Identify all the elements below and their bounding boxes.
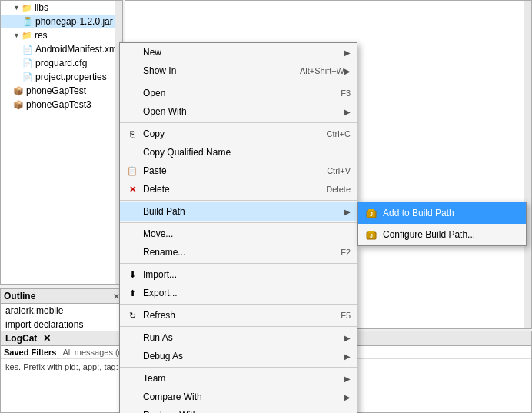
menu-label-copy-qualified: Copy Qualified Name [143,147,351,158]
menu-item-copy[interactable]: ⎘ Copy Ctrl+C [120,125,357,143]
open-shortcut: F3 [341,88,351,98]
team-icon [126,372,138,385]
import-icon: ⬇ [126,268,138,281]
run-as-arrow: ▶ [344,334,351,342]
menu-item-run-as[interactable]: Run As ▶ [120,328,357,347]
add-build-path-icon: J [364,206,378,220]
menu-item-paste[interactable]: 📋 Paste Ctrl+V [120,162,357,180]
submenu-item-add-to-build-path[interactable]: J Add to Build Path [358,202,526,224]
outline-close[interactable]: ✕ [113,292,119,301]
move-icon [126,228,138,240]
menu-label-delete: Delete [143,184,311,195]
menu-item-import[interactable]: ⬇ Import... [120,265,357,284]
menu-label-open-with: Open With [143,106,344,117]
tree-label-androidmanifest: AndroidManifest.xml [35,44,119,55]
paste-shortcut: Ctrl+V [327,166,351,175]
divider-8 [120,367,357,368]
menu-item-copy-qualified[interactable]: Copy Qualified Name [120,143,357,162]
menu-label-replace-with: Replace With [143,410,344,413]
divider-6 [120,304,357,305]
outline-item-imports[interactable]: import declarations [1,318,122,331]
build-path-arrow: ▶ [344,208,351,216]
menu-item-build-path[interactable]: Build Path ▶ J Add to Build Path [120,202,357,221]
delete-shortcut: Delete [326,185,351,194]
copy-qualified-icon [126,146,138,158]
tree-item-res[interactable]: ▼ 📁 res [1,28,122,42]
editor-scrollbar[interactable] [524,1,531,328]
menu-item-move[interactable]: Move... [120,225,357,243]
rename-icon [126,246,138,258]
props-icon: 📄 [22,72,33,82]
refresh-icon: ↻ [126,309,138,321]
menu-label-export: Export... [143,288,351,298]
menu-item-refresh[interactable]: ↻ Refresh F5 [120,306,357,325]
rename-shortcut: F2 [341,248,351,257]
tree-item-phonegap-jar[interactable]: 🫙 phonegap-1.2.0.jar [1,15,122,28]
delete-icon: ✕ [126,183,138,195]
menu-label-show-in: Show In [143,65,284,76]
menu-item-show-in[interactable]: Show In Alt+Shift+W ▶ [120,62,357,80]
paste-icon: 📋 [126,165,138,177]
debug-as-arrow: ▶ [344,352,351,361]
menu-label-copy: Copy [143,128,311,139]
menu-item-open[interactable]: Open F3 [120,84,357,102]
menu-label-rename: Rename... [143,247,325,258]
build-path-icon [126,205,138,218]
context-menu: New ▶ Show In Alt+Shift+W ▶ Open F3 Open… [119,42,357,413]
new-icon [126,46,138,58]
file-icon: 📄 [22,58,33,68]
tree-label-project-properties: project.properties [35,72,107,82]
saved-filters-label: Saved Filters [4,348,56,357]
outline-label-package: aralork.mobile [5,305,63,316]
svg-text:J: J [370,211,373,217]
divider-1 [120,82,357,82]
logcat-title: LogCat [5,333,37,344]
xml-icon: 📄 [22,45,33,55]
ide-background: ▼ 📁 libs 🫙 phonegap-1.2.0.jar ▼ 📁 res 📄 … [0,0,532,413]
submenu-item-configure-build-path[interactable]: J Configure Build Path... [358,224,526,245]
debug-icon [126,350,138,362]
menu-label-move: Move... [143,228,351,239]
menu-label-open: Open [143,88,325,98]
menu-item-rename[interactable]: Rename... F2 [120,243,357,261]
compare-with-arrow: ▶ [344,393,351,401]
menu-label-debug-as: Debug As [143,351,344,361]
tree-item-project-properties[interactable]: 📄 project.properties [1,70,122,84]
tree-item-phonegaptest3[interactable]: 📦 phoneGapTest3 [1,98,122,112]
build-path-submenu: J Add to Build Path J Configure Build Pa… [357,202,527,246]
outline-title: Outline [4,291,35,301]
menu-item-export[interactable]: ⬆ Export... [120,284,357,302]
menu-label-import: Import... [143,269,351,280]
tree-item-proguard[interactable]: 📄 proguard.cfg [1,56,122,70]
menu-label-new: New [143,47,344,58]
open-icon [126,87,138,99]
menu-item-replace-with[interactable]: Replace With ▶ [120,406,357,413]
replace-icon [126,409,138,413]
tree-label-phonegaptest3: phoneGapTest3 [26,99,91,110]
configure-build-path-icon: J [364,228,378,241]
tree-label-phonegaptest: phoneGapTest [26,85,86,96]
menu-item-new[interactable]: New ▶ [120,43,357,62]
open-with-icon [126,105,138,118]
outline-header: Outline ✕ [1,289,122,304]
project-tree: ▼ 📁 libs 🫙 phonegap-1.2.0.jar ▼ 📁 res 📄 … [0,0,123,285]
logcat-close[interactable]: ✕ [43,333,51,344]
menu-label-run-as: Run As [143,332,344,343]
show-in-icon [126,65,138,77]
menu-item-delete[interactable]: ✕ Delete Delete [120,180,357,198]
tree-item-libs[interactable]: ▼ 📁 libs [1,1,122,15]
tree-item-androidmanifest[interactable]: 📄 AndroidManifest.xml [1,42,122,56]
menu-item-open-with[interactable]: Open With ▶ [120,102,357,121]
copy-icon: ⎘ [126,128,138,140]
project3-icon: 📦 [13,100,24,110]
tree-item-phonegaptest[interactable]: 📦 phoneGapTest [1,84,122,98]
outline-item-package[interactable]: aralork.mobile [1,304,122,318]
menu-item-debug-as[interactable]: Debug As ▶ [120,347,357,365]
tree-label-proguard: proguard.cfg [35,58,87,68]
menu-item-team[interactable]: Team ▶ [120,369,357,388]
run-icon [126,331,138,344]
tree-arrow-res: ▼ [13,32,20,39]
folder-icon: 📁 [22,3,32,13]
menu-item-compare-with[interactable]: Compare With ▶ [120,388,357,406]
team-arrow: ▶ [344,375,351,383]
